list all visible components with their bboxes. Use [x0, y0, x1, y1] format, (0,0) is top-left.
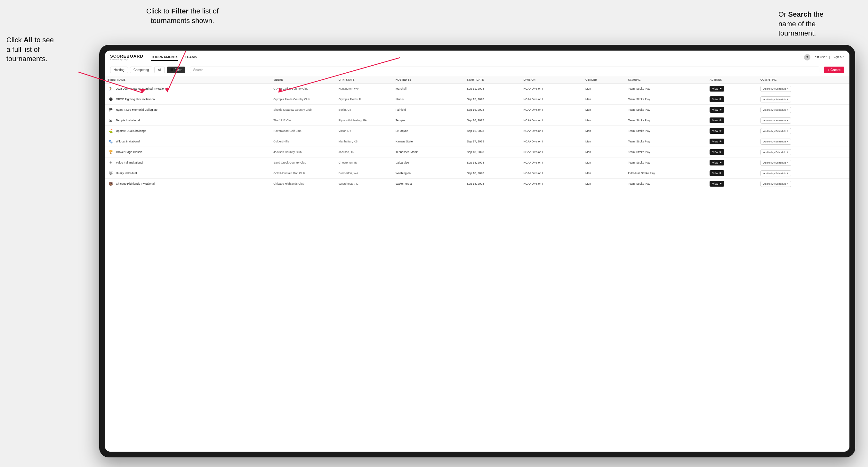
cell-start-date: Sep 18, 2023: [464, 157, 521, 168]
cell-scoring: Team, Stroke Play: [625, 136, 707, 147]
add-to-schedule-button[interactable]: Add to My Schedule +: [761, 96, 792, 102]
view-button[interactable]: View 👁: [710, 138, 724, 144]
view-button[interactable]: View 👁: [710, 128, 724, 134]
tab-hosting-btn[interactable]: Hosting: [110, 67, 128, 73]
cell-competing: Add to My Schedule +: [758, 136, 849, 147]
search-input[interactable]: [190, 67, 820, 73]
view-eye-icon: 👁: [719, 150, 722, 154]
table-row: 🐾 Wildcat Invitational Colbert Hills Man…: [105, 136, 849, 147]
view-eye-icon: 👁: [719, 129, 722, 132]
cell-gender: Men: [583, 94, 625, 105]
cell-actions: View 👁: [707, 84, 757, 94]
tab-competing-btn[interactable]: Competing: [130, 67, 152, 73]
cell-start-date: Sep 15, 2023: [464, 94, 521, 105]
cell-event-name: 🏌 2023 Joe Feaganes Marshall Invitationa…: [105, 84, 271, 94]
cell-division: NCAA Division I: [521, 168, 583, 179]
add-to-schedule-button[interactable]: Add to My Schedule +: [761, 107, 792, 113]
table-body: 🏌 2023 Joe Feaganes Marshall Invitationa…: [105, 84, 849, 189]
view-button[interactable]: View 👁: [710, 160, 724, 165]
event-name-text: Wildcat Invitational: [116, 140, 140, 143]
add-to-schedule-button[interactable]: Add to My Schedule +: [761, 86, 792, 92]
annotation-topcenter: Click to Filter the list oftournaments s…: [122, 6, 243, 25]
filter-button[interactable]: ☰ Filter: [167, 67, 185, 73]
cell-division: NCAA Division I: [521, 105, 583, 115]
table-row: 🏆 Grover Page Classic Jackson Country Cl…: [105, 147, 849, 157]
add-to-schedule-button[interactable]: Add to My Schedule +: [761, 118, 792, 124]
add-to-schedule-button[interactable]: Add to My Schedule +: [761, 181, 792, 187]
cell-actions: View 👁: [707, 94, 757, 105]
table-row: ⛳ Upstate Dual Challenge Ravenwood Golf …: [105, 126, 849, 136]
event-name-text: Husky Individual: [116, 172, 137, 175]
cell-gender: Men: [583, 179, 625, 189]
cell-venue: Sand Creek Country Club: [271, 157, 336, 168]
tab-all-btn[interactable]: All: [154, 67, 165, 73]
table-row: 🏌 2023 Joe Feaganes Marshall Invitationa…: [105, 84, 849, 94]
user-avatar: T: [804, 54, 810, 61]
event-logo: 🏛: [107, 117, 114, 124]
cell-gender: Men: [583, 115, 625, 126]
add-to-schedule-button[interactable]: Add to My Schedule +: [761, 170, 792, 176]
event-name-text: 2023 Joe Feaganes Marshall Invitational: [116, 87, 168, 90]
cell-venue: Ravenwood Golf Club: [271, 126, 336, 136]
cell-division: NCAA Division I: [521, 157, 583, 168]
cell-scoring: Team, Stroke Play: [625, 84, 707, 94]
event-logo: 🏆: [107, 149, 114, 155]
table-row: 🅘 OFCC Fighting Illini Invitational Olym…: [105, 94, 849, 105]
table-row: 🏴 Ryan T. Lee Memorial Collegiate Shuttl…: [105, 105, 849, 115]
view-button[interactable]: View 👁: [710, 96, 724, 102]
cell-venue: Jackson Country Club: [271, 147, 336, 157]
cell-start-date: Sep 16, 2023: [464, 126, 521, 136]
cell-event-name: 🐺 Husky Individual: [105, 168, 271, 179]
view-button[interactable]: View 👁: [710, 170, 724, 176]
search-box: [190, 67, 820, 73]
create-button[interactable]: + Create: [824, 67, 844, 73]
cell-start-date: Sep 18, 2023: [464, 168, 521, 179]
cell-city: Manhattan, KS: [336, 136, 393, 147]
view-button[interactable]: View 👁: [710, 86, 724, 92]
cell-competing: Add to My Schedule +: [758, 84, 849, 94]
nav-tab-teams[interactable]: TEAMS: [185, 54, 197, 61]
add-to-schedule-button[interactable]: Add to My Schedule +: [761, 128, 792, 134]
view-button[interactable]: View 👁: [710, 181, 724, 187]
event-logo: ⛳: [107, 128, 114, 134]
view-eye-icon: 👁: [719, 87, 722, 90]
cell-hosted-by: Marshall: [393, 84, 464, 94]
col-hosted-by: HOSTED BY: [393, 76, 464, 84]
cell-scoring: Team, Stroke Play: [625, 157, 707, 168]
tablet-frame: SCOREBOARD Powered by clippd TOURNAMENTS…: [99, 45, 855, 458]
col-start-date: START DATE: [464, 76, 521, 84]
view-button[interactable]: View 👁: [710, 149, 724, 155]
cell-city: Chesterton, IN: [336, 157, 393, 168]
nav-tabs: TOURNAMENTS TEAMS: [151, 54, 197, 61]
cell-division: NCAA Division I: [521, 179, 583, 189]
cell-event-name: 🏴 Ryan T. Lee Memorial Collegiate: [105, 105, 271, 115]
cell-scoring: Team, Stroke Play: [625, 126, 707, 136]
event-logo: 🐻: [107, 181, 114, 187]
tablet-screen: SCOREBOARD Powered by clippd TOURNAMENTS…: [105, 51, 849, 452]
cell-hosted-by: Tennessee-Martin: [393, 147, 464, 157]
col-event-name: EVENT NAME: [105, 76, 271, 84]
sign-out-link[interactable]: Sign out: [833, 55, 844, 59]
cell-venue: The 1912 Club: [271, 115, 336, 126]
table-header-row: EVENT NAME VENUE CITY, STATE HOSTED BY S…: [105, 76, 849, 84]
cell-event-name: 🏆 Grover Page Classic: [105, 147, 271, 157]
add-to-schedule-button[interactable]: Add to My Schedule +: [761, 149, 792, 155]
cell-scoring: Individual, Stroke Play: [625, 168, 707, 179]
add-to-schedule-button[interactable]: Add to My Schedule +: [761, 138, 792, 145]
view-button[interactable]: View 👁: [710, 118, 724, 123]
cell-hosted-by: Kansas State: [393, 136, 464, 147]
table-row: 🏛 Temple Invitational The 1912 Club Plym…: [105, 115, 849, 126]
cell-venue: Chicago Highlands Club: [271, 179, 336, 189]
event-name-text: Chicago Highlands Invitational: [116, 182, 155, 185]
cell-gender: Men: [583, 105, 625, 115]
cell-city: Victor, NY: [336, 126, 393, 136]
cell-event-name: 🐾 Wildcat Invitational: [105, 136, 271, 147]
add-to-schedule-button[interactable]: Add to My Schedule +: [761, 160, 792, 166]
table-container: EVENT NAME VENUE CITY, STATE HOSTED BY S…: [105, 76, 849, 452]
filter-icon: ☰: [170, 68, 173, 72]
cell-venue: Gold Mountain Golf Club: [271, 168, 336, 179]
event-logo: 🐺: [107, 170, 114, 176]
view-button[interactable]: View 👁: [710, 107, 724, 113]
nav-tab-tournaments[interactable]: TOURNAMENTS: [151, 54, 178, 61]
cell-hosted-by: Fairfield: [393, 105, 464, 115]
